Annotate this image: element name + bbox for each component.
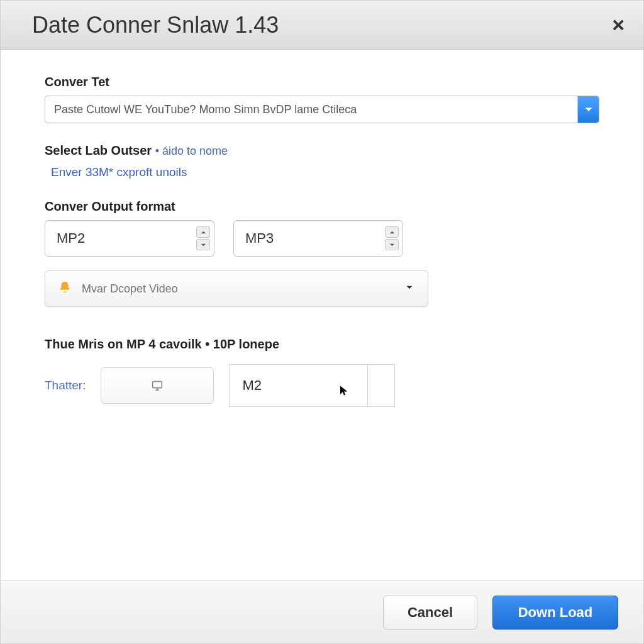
cursor-icon [338, 384, 350, 400]
format-row: MP2 MP3 [45, 220, 599, 257]
spinner-1-down[interactable] [196, 239, 210, 250]
chevron-down-icon [404, 282, 415, 296]
spinner-1-arrows [196, 226, 210, 250]
chevron-down-icon [584, 105, 593, 114]
expander-left: Mvar Dcopet Video [58, 280, 178, 297]
select-label-row: Select Lab Outser • áido to nome [45, 143, 599, 158]
hint-text: Thue Mris on MP 4 cavoilk • 10P lonepe [45, 337, 599, 352]
video-expander[interactable]: Mvar Dcopet Video [45, 270, 428, 307]
thatter-label: Thatter: [45, 379, 86, 392]
spinner-2-up[interactable] [385, 226, 399, 238]
format-spinner-2[interactable]: MP3 [233, 220, 403, 257]
url-label: Conver Tet [45, 75, 599, 89]
close-icon[interactable]: × [612, 13, 625, 37]
format-spinner-1-value: MP2 [57, 230, 85, 247]
cancel-button[interactable]: Cancel [383, 596, 477, 630]
m2-group: M2 [229, 364, 395, 407]
spinner-2-down[interactable] [385, 239, 399, 250]
m2-value: M2 [242, 377, 262, 394]
select-label: Select Lab Outser [45, 143, 152, 157]
select-link[interactable]: Enver 33M* cxproft unoils [45, 165, 599, 179]
format-spinner-1[interactable]: MP2 [45, 220, 214, 257]
url-dropdown-button[interactable] [577, 96, 599, 123]
bell-icon [58, 280, 72, 297]
format-label: Conver Output format [45, 199, 599, 214]
download-button[interactable]: Down Load [492, 596, 618, 630]
url-input[interactable] [45, 96, 599, 123]
dialog-body: Conver Tet Select Lab Outser • áido to n… [1, 50, 643, 580]
expander-label: Mvar Dcopet Video [82, 282, 178, 296]
format-section: Conver Output format MP2 MP3 [45, 199, 599, 307]
url-input-wrap [45, 96, 599, 123]
window-title: Date Conner Snlaw 1.43 [32, 12, 279, 38]
spinner-1-up[interactable] [196, 226, 210, 238]
select-section: Select Lab Outser • áido to nome Enver 3… [45, 143, 599, 179]
monitor-icon [150, 379, 164, 392]
url-section: Conver Tet [45, 75, 599, 123]
dialog-footer: Cancel Down Load [1, 580, 643, 643]
spinner-2-arrows [385, 226, 399, 250]
title-bar: Date Conner Snlaw 1.43 × [1, 1, 643, 50]
thatter-row: Thatter: M2 [45, 364, 599, 407]
thatter-box[interactable] [101, 367, 214, 404]
svg-rect-0 [153, 382, 162, 388]
cancel-button-label: Cancel [408, 604, 453, 621]
m2-side-button[interactable] [367, 364, 395, 407]
select-suffix: • áido to nome [155, 145, 228, 157]
dialog-window: Date Conner Snlaw 1.43 × Conver Tet Sele… [0, 0, 644, 644]
download-button-label: Down Load [518, 604, 593, 621]
m2-input[interactable]: M2 [229, 364, 367, 407]
format-spinner-2-value: MP3 [245, 230, 274, 247]
